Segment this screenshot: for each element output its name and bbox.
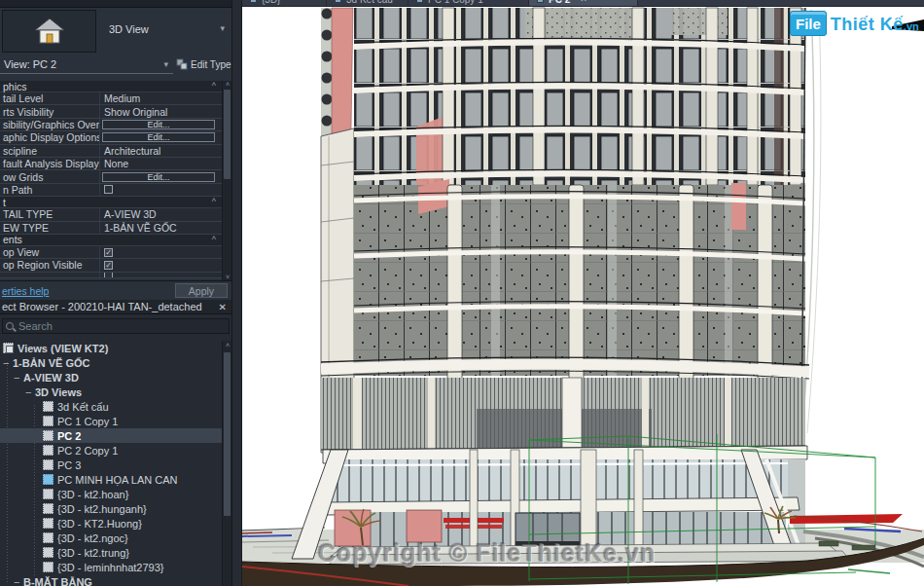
tree-item--3d-kt2-ngoc-[interactable]: {3D - kt2.ngoc} (0, 531, 222, 545)
property-section-header[interactable]: t^ (0, 197, 222, 208)
property-value-text[interactable]: 1-BẢN VẼ GỐC (100, 222, 177, 234)
tree-expander-icon[interactable]: − (3, 357, 13, 369)
view-icon (43, 459, 53, 470)
property-row: TAIL TYPEA-VIEW 3D (0, 208, 222, 221)
properties-scrollbar[interactable]: ˄ ˅ (222, 81, 231, 280)
view-tab-3d-k-t-c-u[interactable]: 3d Kết cấu (327, 0, 409, 7)
property-row: n Path (0, 184, 222, 197)
property-value: ✓ (100, 246, 222, 258)
tree-item-label: {3D - kt2.trung} (57, 547, 129, 559)
checkbox[interactable] (104, 273, 113, 278)
property-row-clipped (0, 273, 222, 278)
property-row: fault Analysis Display S...None (0, 158, 222, 170)
property-value-text[interactable]: A-VIEW 3D (100, 208, 157, 220)
tree-expander-icon[interactable]: − (14, 576, 23, 586)
close-icon[interactable]: ✕ (580, 0, 587, 4)
edit-type-button[interactable]: Edit Type (176, 55, 231, 74)
tree-expander-icon[interactable]: − (25, 386, 35, 398)
search-input[interactable] (14, 320, 229, 332)
property-row: sciplineArchitectural (0, 145, 222, 158)
property-row: aphic Display OptionsEdit... (0, 131, 222, 144)
tree-expander-icon[interactable]: − (14, 372, 23, 384)
tree-item--3d-kt2-trung-[interactable]: {3D - kt2.trung} (0, 545, 222, 560)
tree-item-label: A-VIEW 3D (23, 372, 79, 384)
tree-item-pc-3[interactable]: PC 3 (0, 458, 222, 472)
revit-window: { "tabs": [ {"label": "{3D}", "active": … (0, 0, 924, 586)
project-browser-panel: ect Browser - 200210-HAI TAN-_detached ✕… (0, 300, 231, 586)
tree-item--3d-leminhnhat2793-[interactable]: {3D - leminhnhat2793} (0, 560, 222, 574)
property-label: tail Level (0, 92, 100, 104)
property-grid: phics^tail LevelMediumrts VisibilityShow… (0, 81, 222, 278)
view-tab-label: {3D} (262, 0, 280, 5)
search-icon (6, 322, 14, 330)
view-icon (43, 489, 53, 499)
browser-scrollbar[interactable]: ˄ (222, 341, 231, 586)
tree-item-b-m-t-b-ng[interactable]: −B-MẶT BẰNG (0, 574, 222, 586)
collapse-section-icon[interactable]: ^ (212, 81, 216, 91)
search-field[interactable] (2, 318, 230, 334)
property-label: ow Grids (0, 170, 100, 182)
property-row: op Region Visible✓ (0, 259, 222, 272)
tree-item-views-view-kt2-[interactable]: Views (VIEW KT2) (0, 341, 222, 355)
tree-item-label: {3D - kt2.hoan} (57, 489, 128, 500)
scrollbar-thumb[interactable] (224, 90, 231, 179)
type-label: 3D View (109, 23, 149, 35)
view-tab-bar: {3D}3d Kết cấuPC 1 Copy 1PC 2✕ (242, 0, 924, 7)
view-selector-label: View: PC 2 (0, 58, 163, 70)
view-tab-pc-2[interactable]: PC 2✕ (529, 0, 638, 7)
checkbox[interactable]: ✓ (104, 261, 113, 270)
edit-button[interactable]: Edit... (102, 120, 215, 129)
collapse-section-icon[interactable]: ^ (212, 197, 216, 206)
edit-button[interactable]: Edit... (102, 132, 215, 142)
tree-item-label: {3D - leminhnhat2793} (57, 562, 163, 573)
scrollbar-thumb[interactable] (224, 352, 231, 516)
close-icon[interactable]: ✕ (219, 302, 227, 312)
tree-item-label: PC 2 Copy 1 (57, 445, 118, 457)
tree-item-label: PC 1 Copy 1 (57, 416, 118, 427)
apply-button[interactable]: Apply (175, 283, 228, 298)
checkbox[interactable] (104, 185, 113, 194)
views-root-icon (3, 343, 14, 353)
tree-item-a-view-3d[interactable]: −A-VIEW 3D (0, 370, 222, 385)
view-tab-icon (250, 0, 257, 3)
panel-divider[interactable] (231, 0, 242, 586)
properties-help-link[interactable]: erties help (2, 285, 49, 297)
tree-item--3d-kt2-hoan-[interactable]: {3D - kt2.hoan} (0, 487, 222, 501)
view-tab-icon (416, 0, 423, 3)
view-icon (43, 518, 53, 529)
property-value-text[interactable]: Medium (100, 92, 140, 104)
tree-item--3d-kt2-huong-[interactable]: {3D - KT2.Huong} (0, 516, 222, 531)
edit-button[interactable]: Edit... (102, 172, 215, 182)
tree-item-1-b-n-v-g-c[interactable]: −1-BẢN VẼ GỐC (0, 355, 222, 370)
tree-item-pc-2[interactable]: PC 2 (0, 428, 222, 443)
property-row: EW TYPE1-BẢN VẼ GỐC (0, 222, 222, 235)
scroll-up-icon[interactable]: ˄ (223, 81, 232, 88)
property-label: fault Analysis Display S... (0, 158, 100, 169)
tree-item--3d-kt2-hunganh-[interactable]: {3D - kt2.hunganh} (0, 501, 222, 516)
view-tab-pc-1-copy-1[interactable]: PC 1 Copy 1 (409, 0, 529, 7)
property-value-text[interactable]: Show Original (100, 106, 167, 118)
property-value-text[interactable]: None (100, 158, 128, 169)
view-selector-combobox[interactable]: View: PC 2 ▾ (0, 55, 173, 74)
tree-item-pc-2-copy-1[interactable]: PC 2 Copy 1 (0, 443, 222, 458)
tree-item-pc-minh-h-a-lan-can[interactable]: PC MINH HỌA LAN CAN (0, 472, 222, 487)
property-section-header[interactable]: phics^ (0, 81, 222, 92)
tree-item-3d-views[interactable]: −3D Views (0, 385, 222, 399)
checkbox[interactable]: ✓ (104, 248, 113, 257)
property-value-text[interactable]: Architectural (100, 145, 160, 157)
project-browser-tree: Views (VIEW KT2)−1-BẢN VẼ GỐC−A-VIEW 3D−… (0, 341, 222, 586)
property-section-header[interactable]: ents^ (0, 235, 222, 246)
property-value: Edit... (100, 170, 222, 182)
collapse-section-icon[interactable]: ^ (212, 235, 216, 244)
type-selector[interactable] (2, 10, 96, 53)
tree-item-pc-1-copy-1[interactable]: PC 1 Copy 1 (0, 414, 222, 428)
scroll-down-icon[interactable]: ˅ (223, 274, 232, 280)
chevron-down-icon[interactable]: ▾ (220, 23, 225, 33)
view-tab--3d-[interactable]: {3D} (242, 0, 327, 7)
property-label: EW TYPE (0, 222, 100, 234)
scroll-up-icon[interactable]: ˄ (223, 342, 232, 348)
section-label: t (3, 197, 6, 208)
tree-item-label: {3D - KT2.Huong} (57, 518, 142, 530)
tree-item-3d-k-t-c-u[interactable]: 3d Kết cấu (0, 399, 222, 414)
tree-item-label: PC 3 (57, 459, 81, 471)
